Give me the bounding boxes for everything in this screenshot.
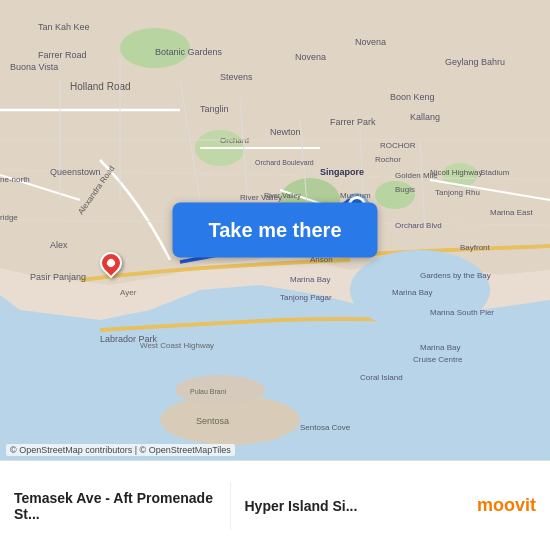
svg-text:Sentosa: Sentosa <box>196 416 229 426</box>
svg-text:Marina Bay: Marina Bay <box>392 288 432 297</box>
svg-text:Sentosa Cove: Sentosa Cove <box>300 423 351 432</box>
svg-text:River Valley: River Valley <box>240 193 282 202</box>
svg-text:Alex: Alex <box>50 240 68 250</box>
svg-text:Geylang Bahru: Geylang Bahru <box>445 57 505 67</box>
svg-text:Bayfront: Bayfront <box>460 243 491 252</box>
svg-text:Tanjong Pagar: Tanjong Pagar <box>280 293 332 302</box>
svg-text:Queenstown: Queenstown <box>50 167 101 177</box>
svg-text:Boon Keng: Boon Keng <box>390 92 435 102</box>
from-station-name: Temasek Ave - Aft Promenade St... <box>14 490 216 522</box>
svg-text:Ayer: Ayer <box>120 288 137 297</box>
from-station-section: Temasek Ave - Aft Promenade St... <box>0 482 231 530</box>
svg-text:Pasir Panjang: Pasir Panjang <box>30 272 86 282</box>
destination-marker <box>100 252 122 274</box>
svg-text:Golden Mile: Golden Mile <box>395 171 438 180</box>
svg-text:ridge: ridge <box>0 213 18 222</box>
svg-text:Labrador Park: Labrador Park <box>100 334 158 344</box>
svg-text:Singapore: Singapore <box>320 167 364 177</box>
svg-text:Tanjong Rhu: Tanjong Rhu <box>435 188 480 197</box>
svg-text:Novena: Novena <box>295 52 326 62</box>
svg-text:Marina Bay: Marina Bay <box>420 343 460 352</box>
svg-text:Marina East: Marina East <box>490 208 533 217</box>
svg-text:Marina Bay: Marina Bay <box>290 275 330 284</box>
moovit-logo: moovit <box>460 487 550 524</box>
svg-text:Kallang: Kallang <box>410 112 440 122</box>
svg-text:Novena: Novena <box>355 37 386 47</box>
to-station-section: Hyper Island Si... <box>231 490 461 522</box>
map-attribution: © OpenStreetMap contributors | © OpenStr… <box>6 444 235 456</box>
svg-text:Holland Road: Holland Road <box>70 81 131 92</box>
svg-text:Botanic Gardens: Botanic Gardens <box>155 47 223 57</box>
svg-text:Tan Kah Kee: Tan Kah Kee <box>38 22 90 32</box>
svg-text:Buona Vista: Buona Vista <box>10 62 58 72</box>
map-area: Holland Road Alexandra Road Ayer West Co… <box>0 0 550 460</box>
svg-text:Stadium: Stadium <box>480 168 510 177</box>
svg-text:Orchard Boulevard: Orchard Boulevard <box>255 159 314 166</box>
svg-text:Coral Island: Coral Island <box>360 373 403 382</box>
bottom-bar: Temasek Ave - Aft Promenade St... Hyper … <box>0 460 550 550</box>
svg-text:ne-north: ne-north <box>0 175 30 184</box>
svg-text:Marina South Pier: Marina South Pier <box>430 308 494 317</box>
to-station-name: Hyper Island Si... <box>245 498 447 514</box>
svg-text:Pulau Brani: Pulau Brani <box>190 388 227 395</box>
moovit-label: moovit <box>477 495 536 516</box>
app-container: Holland Road Alexandra Road Ayer West Co… <box>0 0 550 550</box>
svg-text:Farrer Park: Farrer Park <box>330 117 376 127</box>
svg-text:Stevens: Stevens <box>220 72 253 82</box>
svg-text:ROCHOR: ROCHOR <box>380 141 416 150</box>
take-me-there-button[interactable]: Take me there <box>172 203 377 258</box>
svg-text:Farrer Road: Farrer Road <box>38 50 87 60</box>
svg-text:Nicoll Highway: Nicoll Highway <box>430 168 482 177</box>
svg-text:Orchard Blvd: Orchard Blvd <box>395 221 442 230</box>
svg-text:Tanglin: Tanglin <box>200 104 229 114</box>
svg-text:Gardens by the Bay: Gardens by the Bay <box>420 271 491 280</box>
svg-text:Bugis: Bugis <box>395 185 415 194</box>
svg-text:Rochor: Rochor <box>375 155 401 164</box>
svg-text:Cruise Centre: Cruise Centre <box>413 355 463 364</box>
svg-text:Newton: Newton <box>270 127 301 137</box>
